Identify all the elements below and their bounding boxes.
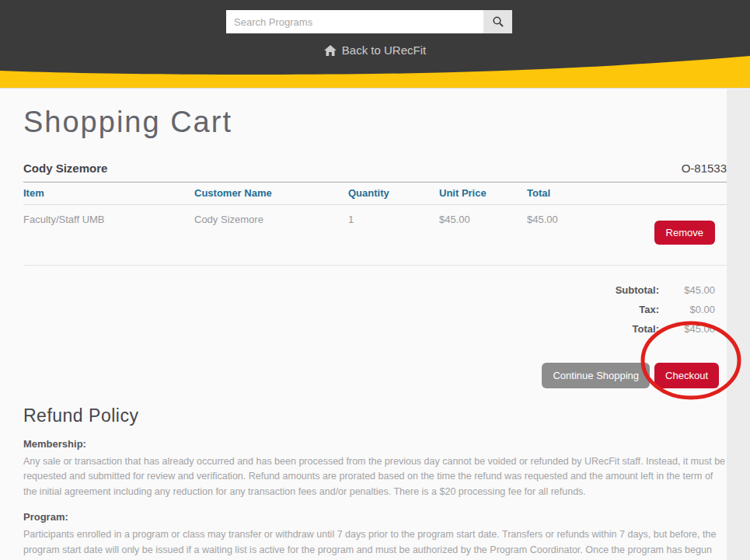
column-header-actions [614, 183, 727, 193]
membership-heading: Membership: [23, 438, 727, 450]
column-header-item: Item [23, 183, 194, 204]
back-to-urecfit-link[interactable]: Back to URecFit [324, 43, 426, 57]
total-label: Total: [633, 323, 659, 335]
cart-table-header-row: Item Customer Name Quantity Unit Price T… [23, 183, 727, 205]
order-number: O-81533 [682, 162, 727, 175]
total-value: $45.00 [659, 323, 715, 335]
search-input[interactable] [226, 10, 483, 33]
refund-policy-section: Refund Policy Membership: Any sale or tr… [23, 405, 727, 560]
cell-quantity: 1 [348, 205, 439, 233]
continue-shopping-button[interactable]: Continue Shopping [542, 363, 650, 388]
cart-summary: Subtotal: $45.00 Tax: $0.00 Total: $45.0… [23, 280, 727, 339]
remove-button[interactable]: Remove [654, 221, 715, 245]
tax-value: $0.00 [659, 304, 715, 315]
subtotal-value: $45.00 [659, 284, 715, 296]
right-gutter [727, 89, 750, 560]
cart-meta-row: Cody Sizemore O-81533 [23, 162, 727, 175]
program-policy-text: Participants enrolled in a program or cl… [23, 527, 727, 560]
summary-total-row: Total: $45.00 [23, 319, 727, 339]
program-heading: Program: [23, 511, 727, 523]
cart-customer-name: Cody Sizemore [23, 162, 107, 175]
site-header: Back to URecFit [0, 0, 750, 89]
subtotal-label: Subtotal: [616, 284, 659, 296]
refund-policy-title: Refund Policy [23, 405, 727, 426]
page-title: Shopping Cart [23, 106, 727, 139]
search-button[interactable] [483, 10, 512, 33]
summary-subtotal-row: Subtotal: $45.00 [23, 280, 727, 300]
summary-tax-row: Tax: $0.00 [23, 300, 727, 319]
main-content: Shopping Cart Cody Sizemore O-81533 Item… [0, 89, 727, 560]
home-icon [324, 45, 337, 56]
checkout-button[interactable]: Checkout [654, 363, 719, 388]
column-header-quantity: Quantity [348, 183, 439, 204]
magnifier-icon [492, 16, 504, 28]
back-link-row: Back to URecFit [0, 43, 750, 59]
cart-action-buttons: Continue Shopping Checkout [23, 363, 727, 388]
cell-item: Faculty/Staff UMB [23, 205, 194, 233]
column-header-unit-price: Unit Price [439, 183, 527, 204]
column-header-total: Total [527, 183, 614, 204]
cell-unit-price: $45.00 [439, 205, 527, 233]
cart-table: Item Customer Name Quantity Unit Price T… [23, 182, 727, 266]
cart-table-row: Faculty/Staff UMB Cody Sizemore 1 $45.00… [23, 205, 727, 266]
column-header-customer-name: Customer Name [194, 183, 348, 204]
tax-label: Tax: [639, 304, 659, 315]
back-link-label: Back to URecFit [342, 43, 426, 57]
cell-total: $45.00 [527, 205, 614, 233]
cell-customer-name: Cody Sizemore [194, 205, 348, 233]
search-bar [226, 10, 512, 33]
cell-actions: Remove [614, 205, 727, 252]
membership-policy-text: Any sale or transaction that has already… [23, 454, 727, 499]
